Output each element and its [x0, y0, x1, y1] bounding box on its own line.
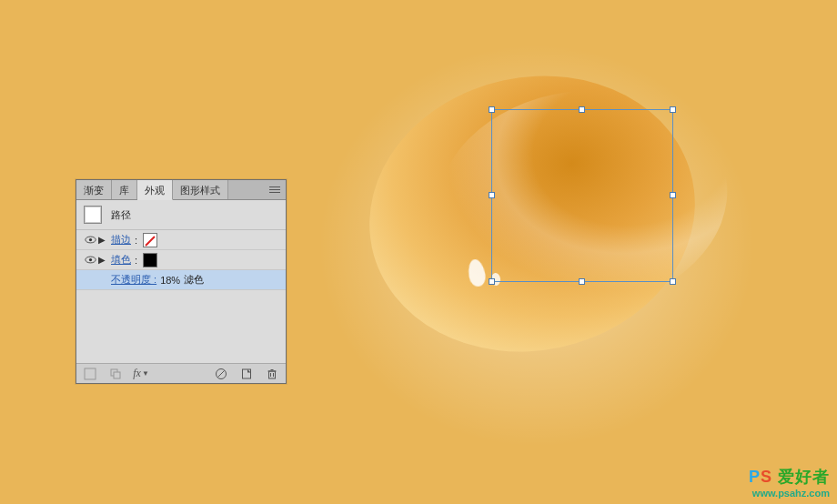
resize-handle-top-left[interactable] [489, 106, 495, 113]
visibility-toggle[interactable] [82, 236, 98, 244]
resize-handle-top-middle[interactable] [579, 106, 585, 113]
fill-swatch[interactable] [143, 253, 157, 267]
appearance-title-row: 路径 [76, 200, 286, 230]
resize-handle-bottom-middle[interactable] [579, 278, 585, 285]
tab-gradient[interactable]: 渐变 [76, 180, 112, 199]
stroke-row[interactable]: ▶ 描边: [76, 230, 286, 250]
fill-colon: : [135, 255, 137, 266]
tab-library[interactable]: 库 [112, 180, 137, 199]
stroke-swatch-none[interactable] [143, 233, 157, 247]
appearance-panel: 渐变 库 外观 图形样式 路径 ▶ 描边: ▶ 填色: 不透明度 : 18% 滤… [76, 179, 287, 384]
tab-appearance[interactable]: 外观 [137, 180, 173, 200]
resize-handle-middle-left[interactable] [489, 192, 495, 198]
opacity-link[interactable]: 不透明度 : [111, 273, 156, 287]
watermark: PS 爱好者 www.psahz.com [749, 466, 830, 499]
blend-mode: 滤色 [184, 273, 204, 287]
resize-handle-bottom-left[interactable] [489, 278, 495, 285]
panel-menu-button[interactable] [228, 180, 286, 199]
svg-rect-6 [114, 372, 120, 378]
svg-rect-10 [269, 371, 276, 378]
tab-graphic-styles[interactable]: 图形样式 [173, 180, 228, 199]
stroke-link[interactable]: 描边 [111, 233, 131, 247]
svg-line-8 [218, 370, 225, 377]
selection-bounding-box[interactable] [491, 109, 673, 282]
object-type-label: 路径 [111, 208, 131, 222]
trash-button[interactable] [264, 367, 280, 381]
fx-menu-button[interactable]: fx▼ [133, 367, 149, 381]
panel-empty-area [76, 290, 286, 363]
menu-icon [269, 186, 280, 194]
panel-footer: fx▼ [76, 363, 286, 383]
resize-handle-bottom-right[interactable] [670, 278, 676, 285]
new-button[interactable] [238, 367, 255, 381]
svg-rect-9 [243, 369, 251, 378]
visibility-toggle[interactable] [82, 256, 98, 264]
expand-toggle[interactable]: ▶ [98, 235, 111, 245]
svg-rect-4 [85, 368, 96, 379]
expand-toggle[interactable]: ▶ [98, 255, 111, 265]
svg-point-3 [88, 258, 91, 261]
opacity-row[interactable]: 不透明度 : 18% 滤色 [76, 270, 286, 290]
fill-link[interactable]: 填色 [111, 253, 131, 267]
stroke-colon: : [135, 235, 137, 246]
clear-button[interactable] [213, 367, 229, 381]
resize-handle-top-right[interactable] [670, 106, 676, 113]
panel-tabs: 渐变 库 外观 图形样式 [76, 180, 286, 200]
layer-button[interactable] [107, 367, 124, 381]
svg-point-1 [88, 238, 91, 241]
resize-handle-middle-right[interactable] [670, 192, 676, 198]
opacity-value: 18% [160, 275, 180, 286]
object-thumbnail [84, 206, 102, 224]
fill-row[interactable]: ▶ 填色: [76, 250, 286, 270]
new-art-button[interactable] [82, 367, 98, 381]
